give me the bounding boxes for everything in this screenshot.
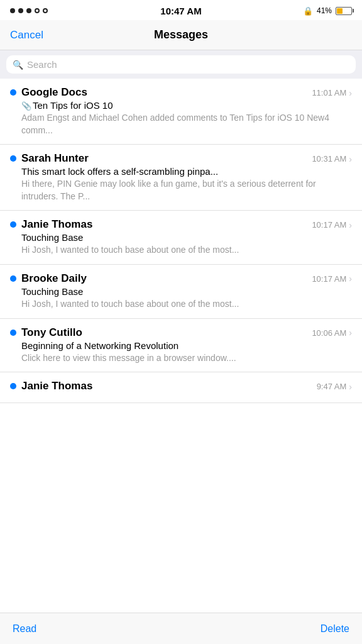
message-header: Tony Cutillo 10:06 AM › [21,326,352,339]
signal-dot-4 [35,8,40,13]
message-subject: Touching Base [21,286,352,297]
message-item[interactable]: Google Docs 11:01 AM › 📎Ten Tips for iOS… [0,79,362,145]
nav-bar: Cancel Messages [0,20,362,50]
message-header: Janie Thomas 10:17 AM › [21,218,352,231]
sender-name: Janie Thomas [21,380,92,392]
sender-name: Janie Thomas [21,218,92,231]
signal-dots [10,8,48,13]
message-content: Janie Thomas 10:17 AM › Touching Base Hi… [21,218,352,257]
unread-dot [10,155,16,162]
message-time: 9:47 AM [317,382,347,391]
message-subject: This smart lock offers a self-scrambling… [21,166,352,177]
message-subject: 📎Ten Tips for iOS 10 [21,100,352,111]
status-bar: 10:47 AM 🔒 41% [0,0,362,20]
read-button[interactable]: Read [13,623,36,635]
attachment-icon: 📎 [21,101,31,111]
message-meta: 10:17 AM › [312,220,352,230]
sender-name: Tony Cutillo [21,326,82,339]
message-item[interactable]: Brooke Daily 10:17 AM › Touching Base Hi… [0,265,362,319]
chevron-right-icon: › [349,88,352,98]
signal-dot-3 [26,8,31,13]
battery-fill [337,8,343,14]
sender-name: Brooke Daily [21,272,87,285]
message-item[interactable]: Tony Cutillo 10:06 AM › Beginning of a N… [0,319,362,373]
message-meta: 9:47 AM › [317,382,352,392]
message-meta: 10:06 AM › [312,328,352,338]
message-header: Sarah Hunter 10:31 AM › [21,152,352,165]
message-header: Google Docs 11:01 AM › [21,86,352,99]
chevron-right-icon: › [349,154,352,164]
search-bar[interactable]: 🔍 Search [6,55,356,74]
message-content: Google Docs 11:01 AM › 📎Ten Tips for iOS… [21,86,352,136]
page-title: Messages [154,28,208,42]
message-meta: 10:17 AM › [312,274,352,284]
sender-name: Google Docs [21,86,87,99]
lock-icon: 🔒 [303,6,313,16]
message-content: Sarah Hunter 10:31 AM › This smart lock … [21,152,352,203]
message-preview: Adam Engst and Michael Cohen added comme… [21,112,352,136]
unread-dot [10,89,16,96]
battery-percent: 41% [317,6,332,15]
search-container: 🔍 Search [0,50,362,79]
message-content: Tony Cutillo 10:06 AM › Beginning of a N… [21,326,352,365]
message-item[interactable]: Janie Thomas 10:17 AM › Touching Base Hi… [0,211,362,265]
signal-dot-5 [43,8,48,13]
signal-dot-2 [18,8,23,13]
status-right: 🔒 41% [303,6,352,16]
battery-icon [336,7,352,15]
message-header: Janie Thomas 9:47 AM › [21,380,352,392]
message-item[interactable]: Janie Thomas 9:47 AM › [0,372,362,403]
message-time: 10:17 AM [312,274,346,284]
message-meta: 10:31 AM › [312,154,352,164]
unread-dot [10,221,16,228]
chevron-right-icon: › [349,328,352,338]
delete-button[interactable]: Delete [321,623,349,635]
unread-dot [10,330,16,336]
message-meta: 11:01 AM › [312,88,352,98]
message-subject: Touching Base [21,232,352,243]
cancel-button[interactable]: Cancel [10,29,43,42]
search-placeholder: Search [27,59,57,70]
message-item[interactable]: Sarah Hunter 10:31 AM › This smart lock … [0,145,362,211]
message-time: 11:01 AM [312,88,346,97]
unread-dot [10,383,16,389]
message-content: Brooke Daily 10:17 AM › Touching Base Hi… [21,272,352,311]
signal-dot-1 [10,8,15,13]
message-time: 10:31 AM [312,154,346,164]
chevron-right-icon: › [349,220,352,230]
sender-name: Sarah Hunter [21,152,89,165]
message-content: Janie Thomas 9:47 AM › [21,380,352,395]
bottom-toolbar: Read Delete [0,613,362,644]
chevron-right-icon: › [349,274,352,284]
message-header: Brooke Daily 10:17 AM › [21,272,352,285]
message-time: 10:17 AM [312,220,346,230]
chevron-right-icon: › [349,382,352,392]
message-preview: Hi there, PIN Genie may look like a fun … [21,178,352,203]
message-preview: Hi Josh, I wanted to touch base about on… [21,244,352,257]
search-icon: 🔍 [13,60,23,70]
status-time: 10:47 AM [160,6,201,16]
message-preview: Click here to view this message in a bro… [21,352,352,365]
message-list: Google Docs 11:01 AM › 📎Ten Tips for iOS… [0,79,362,403]
message-subject: Beginning of a Networking Revolution [21,340,352,351]
unread-dot [10,275,16,282]
message-preview: Hi Josh, I wanted to touch base about on… [21,298,352,311]
message-time: 10:06 AM [312,328,346,338]
